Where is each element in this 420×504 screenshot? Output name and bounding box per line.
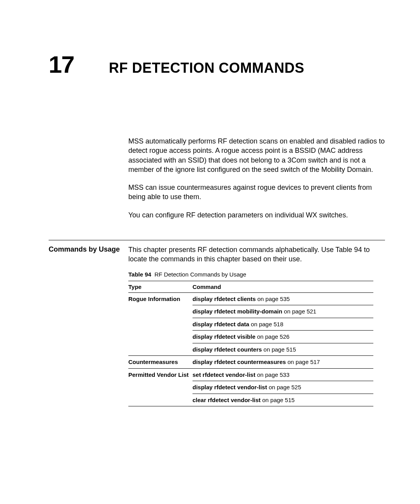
type-cell	[128, 305, 192, 318]
commands-table: Type Command Rogue Information display r…	[128, 281, 373, 407]
type-cell	[128, 318, 192, 331]
command-name: display rfdetect mobility-domain	[192, 308, 282, 315]
command-page: on page 533	[257, 371, 289, 378]
command-page: on page 515	[264, 346, 296, 353]
command-page: on page 526	[257, 333, 289, 340]
intro-block: MSS automatically performs RF detection …	[49, 136, 385, 228]
table-header-type: Type	[128, 281, 192, 292]
command-cell: display rfdetect mobility-domain on page…	[192, 305, 373, 318]
command-page: on page 517	[287, 359, 320, 365]
command-page: on page 518	[251, 321, 283, 327]
chapter-title: RF DETECTION COMMANDS	[109, 60, 304, 76]
chapter-header: 17 RF DETECTION COMMANDS	[49, 51, 385, 78]
type-cell	[128, 331, 192, 343]
command-cell: display rfdetect visible on page 526	[192, 331, 373, 343]
section-intro: This chapter presents RF detection comma…	[128, 245, 385, 264]
command-cell: display rfdetect countermeasures on page…	[192, 356, 373, 369]
section-heading: Commands by Usage	[49, 245, 121, 254]
table-caption-text: RF Detection Commands by Usage	[154, 271, 246, 278]
document-page: 17 RF DETECTION COMMANDS MSS automatical…	[0, 0, 420, 441]
command-name: display rfdetect clients	[192, 296, 256, 302]
command-cell: set rfdetect vendor-list on page 533	[192, 368, 373, 381]
table-row: display rfdetect data on page 518	[128, 318, 373, 331]
command-name: clear rfdetect vendor-list	[192, 397, 261, 403]
command-cell: display rfdetect vendor-list on page 525	[192, 381, 373, 394]
command-cell: display rfdetect data on page 518	[192, 318, 373, 331]
command-cell: display rfdetect counters on page 515	[192, 343, 373, 356]
table-row: Countermeasures display rfdetect counter…	[128, 356, 373, 369]
table-row: display rfdetect visible on page 526	[128, 331, 373, 343]
table-row: Permitted Vendor List set rfdetect vendo…	[128, 368, 373, 381]
command-page: on page 515	[262, 397, 294, 403]
intro-paragraph-3: You can configure RF detection parameter…	[128, 210, 385, 220]
command-name: display rfdetect vendor-list	[192, 384, 267, 390]
type-cell: Rogue Information	[128, 292, 192, 305]
type-cell: Permitted Vendor List	[128, 368, 192, 394]
command-page: on page 525	[269, 384, 301, 390]
command-name: display rfdetect visible	[192, 333, 256, 340]
chapter-number: 17	[49, 51, 74, 78]
command-name: set rfdetect vendor-list	[192, 371, 256, 378]
table-caption: Table 94 RF Detection Commands by Usage	[128, 271, 385, 278]
table-header-command: Command	[192, 281, 373, 292]
command-cell: display rfdetect clients on page 535	[192, 292, 373, 305]
command-cell: clear rfdetect vendor-list on page 515	[192, 394, 373, 406]
section-divider	[49, 240, 385, 240]
table-row: display rfdetect mobility-domain on page…	[128, 305, 373, 318]
table-row: display rfdetect counters on page 515	[128, 343, 373, 356]
command-name: display rfdetect data	[192, 321, 249, 327]
table-row: clear rfdetect vendor-list on page 515	[128, 394, 373, 406]
intro-paragraph-1: MSS automatically performs RF detection …	[128, 136, 385, 174]
type-cell	[128, 394, 192, 406]
table-header-row: Type Command	[128, 281, 373, 292]
command-name: display rfdetect counters	[192, 346, 262, 353]
table-row: Rogue Information display rfdetect clien…	[128, 292, 373, 305]
commands-by-usage-section: Commands by Usage This chapter presents …	[49, 245, 385, 406]
command-page: on page 535	[257, 296, 290, 302]
command-page: on page 521	[284, 308, 316, 315]
type-cell	[128, 343, 192, 356]
command-name: display rfdetect countermeasures	[192, 359, 286, 365]
table-caption-label: Table 94	[128, 271, 151, 278]
intro-paragraph-2: MSS can issue countermeasures against ro…	[128, 183, 385, 202]
type-cell: Countermeasures	[128, 356, 192, 369]
